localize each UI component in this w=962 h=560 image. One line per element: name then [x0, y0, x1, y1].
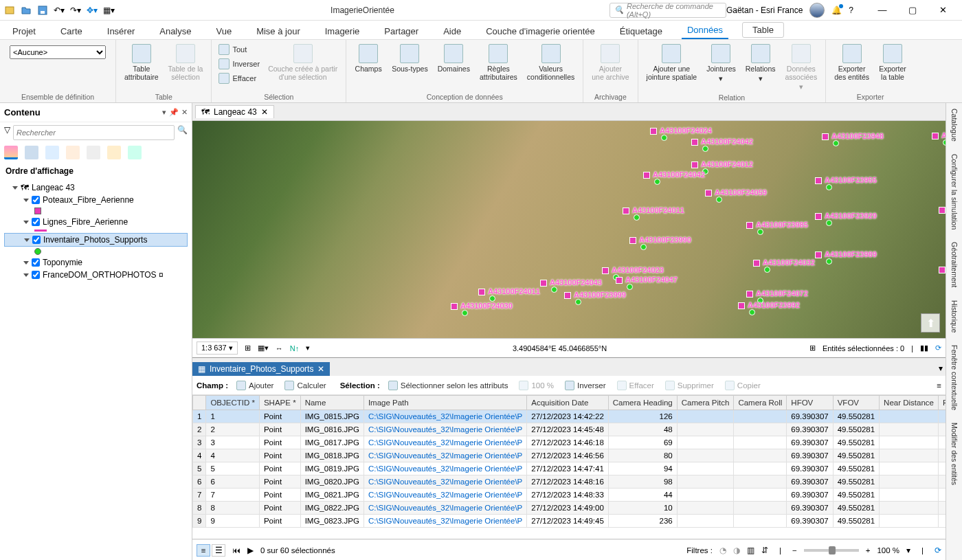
notifications-icon[interactable]: 🔔: [831, 5, 842, 15]
layer-from-selection-button[interactable]: Couche créée à partird'une sélection: [265, 43, 340, 82]
map-point[interactable]: [629, 237, 636, 244]
copy-button[interactable]: Copier: [722, 379, 763, 392]
map-point[interactable]: [643, 172, 650, 179]
map-photo-point[interactable]: [551, 287, 557, 293]
attr-rules-button[interactable]: Règlesattributaires: [477, 43, 520, 82]
table-pane-menu[interactable]: ▾: [936, 361, 946, 376]
map-point[interactable]: [746, 291, 753, 298]
list-by-snapping-icon[interactable]: [87, 146, 100, 159]
table-menu-icon[interactable]: ≡: [937, 381, 941, 390]
list-by-source-icon[interactable]: [25, 146, 38, 159]
map-view[interactable]: ⬆ A43100F24024A43100F24042A43100F23948A4…: [192, 121, 946, 338]
ribbon-tab-donn-es[interactable]: Données: [682, 22, 728, 39]
window-maximize[interactable]: ▢: [899, 1, 926, 19]
col-header[interactable]: Far Distance: [938, 396, 946, 410]
contents-search[interactable]: [13, 125, 175, 140]
list-by-perceive-icon[interactable]: [128, 146, 142, 159]
close-table-tab[interactable]: ✕: [317, 364, 324, 374]
map-point[interactable]: [746, 222, 753, 229]
ribbon-tab-aide[interactable]: Aide: [438, 23, 467, 39]
toc-layer[interactable]: Lignes_Fibre_Aerienne: [4, 216, 188, 228]
refresh-map-icon[interactable]: ⟳: [935, 344, 941, 352]
col-header[interactable]: Acquisition Date: [527, 396, 609, 410]
map-point[interactable]: [815, 213, 822, 220]
filter-1-icon[interactable]: ◔: [719, 546, 726, 555]
list-by-drawing-icon[interactable]: [4, 146, 18, 159]
subtypes-button[interactable]: Sous-types: [389, 43, 431, 74]
map-point[interactable]: [939, 267, 946, 273]
layer-visibility-checkbox[interactable]: [32, 271, 40, 279]
add-archive-button[interactable]: Ajouterune archive: [589, 43, 631, 82]
list-by-selection-icon[interactable]: [45, 146, 59, 159]
clear-selection-button[interactable]: Effacer: [217, 71, 261, 85]
col-header[interactable]: Camera Roll: [734, 396, 787, 410]
window-minimize[interactable]: —: [869, 1, 896, 19]
search-submit-icon[interactable]: 🔍: [177, 125, 188, 140]
select-by-attr-button[interactable]: Sélectionner selon les attributs: [385, 379, 511, 392]
layer-visibility-checkbox[interactable]: [32, 196, 40, 204]
map-photo-point[interactable]: [654, 179, 660, 185]
map-photo-point[interactable]: [702, 146, 708, 152]
map-point[interactable]: [738, 302, 745, 309]
col-header[interactable]: SHAPE *: [259, 396, 300, 410]
scale-selector[interactable]: 1:3 637 ▾: [197, 341, 238, 355]
table-tab[interactable]: ▦Inventaire_Photos_Supports✕: [192, 362, 330, 376]
definition-set-select[interactable]: <Aucune>: [10, 45, 106, 59]
close-map-tab[interactable]: ✕: [261, 107, 268, 117]
map-photo-point[interactable]: [826, 184, 832, 190]
rail-tab[interactable]: Configurer la simulation: [949, 153, 960, 231]
map-photo-point[interactable]: [661, 135, 667, 141]
map-photo-point[interactable]: [833, 140, 839, 146]
map-photo-point[interactable]: [943, 139, 946, 146]
list-by-editing-icon[interactable]: [66, 146, 80, 159]
attribute-table-button[interactable]: Tableattributaire: [122, 43, 161, 82]
add-field-button[interactable]: Ajouter: [234, 379, 276, 392]
map-photo-point[interactable]: [757, 229, 763, 235]
show-selected-view[interactable]: ☰: [212, 544, 225, 557]
map-point[interactable]: [623, 208, 629, 214]
table-row[interactable]: 99PointIMG_0823.JPGC:\SIG\Nouveautés_32\…: [193, 515, 946, 528]
coordinates-display[interactable]: 3.4904584°E 45.0466855°N: [317, 344, 803, 352]
map-photo-point[interactable]: [627, 284, 633, 290]
filter-menu-icon[interactable]: ⇵: [761, 546, 768, 555]
toc-symbol[interactable]: [4, 247, 188, 256]
col-header[interactable]: VFOV: [833, 396, 879, 410]
map-point[interactable]: [540, 280, 547, 287]
selection-table-button[interactable]: Table de lasélection: [166, 43, 206, 82]
map-point[interactable]: [815, 177, 822, 184]
list-by-labeling-icon[interactable]: [107, 146, 121, 159]
pane-close-icon[interactable]: ✕: [181, 108, 188, 117]
map-tab[interactable]: 🗺Langeac 43✕: [195, 105, 274, 118]
export-table-button[interactable]: Exporterla table: [876, 43, 909, 82]
map-photo-point[interactable]: [716, 197, 722, 203]
clear-sel-button[interactable]: Effacer: [614, 379, 657, 392]
ribbon-tab-vue[interactable]: Vue: [210, 23, 237, 39]
rail-tab[interactable]: Géotraitement: [949, 240, 960, 289]
next-record-icon[interactable]: ▶: [247, 546, 254, 555]
help-icon[interactable]: ?: [849, 5, 853, 15]
map-point[interactable]: [753, 260, 760, 267]
status-tool-5[interactable]: ▾: [306, 344, 310, 352]
ribbon-tab-mise-jour[interactable]: Mise à jour: [251, 23, 306, 39]
map-photo-point[interactable]: [826, 220, 832, 226]
map-point[interactable]: [564, 292, 571, 299]
first-record-icon[interactable]: ⏮: [232, 546, 240, 555]
toc-symbol[interactable]: [4, 228, 188, 233]
map-point[interactable]: [691, 139, 698, 146]
filter-3-icon[interactable]: ▥: [747, 546, 754, 555]
table-row[interactable]: 88PointIMG_0822.JPGC:\SIG\Nouveautés_32\…: [193, 502, 946, 515]
qat-explore-icon[interactable]: ✥▾: [85, 3, 99, 17]
calculate-field-button[interactable]: Calculer: [282, 379, 328, 392]
qat-more-icon[interactable]: ▦▾: [102, 3, 115, 17]
col-header[interactable]: Name: [300, 396, 363, 410]
col-header[interactable]: Image Path: [363, 396, 526, 410]
zoom-out-icon[interactable]: −: [792, 546, 797, 555]
toc-layer[interactable]: Inventaire_Photos_Supports: [4, 233, 188, 247]
toc-map[interactable]: 🗺Langeac 43: [4, 181, 188, 194]
north-arrow-icon[interactable]: ⬆: [921, 313, 940, 333]
pane-autohide-icon[interactable]: 📌: [169, 108, 179, 117]
ribbon-tab-ins-rer[interactable]: Insérer: [102, 23, 140, 39]
refresh-table-icon[interactable]: ⟳: [935, 546, 941, 555]
switch-selection-button[interactable]: Inverser: [217, 57, 261, 71]
ribbon-tab-imagerie[interactable]: Imagerie: [320, 23, 366, 39]
